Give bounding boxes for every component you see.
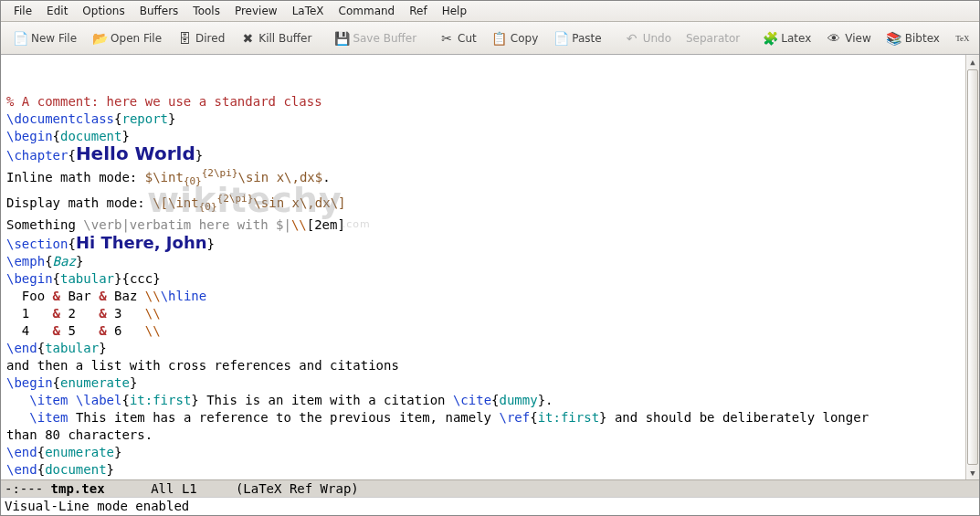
code-kw: \end [6,445,37,459]
code-text: This item has a reference to the previou… [76,410,500,425]
code-kw: \section [6,237,68,251]
code-kw: \begin [6,129,53,143]
code-kw: \item [29,393,76,407]
latex-label: Latex [781,32,811,45]
code-verb: \verb|verbatim here with $| [83,217,291,232]
bibtex-button[interactable]: 📚Bibtex [880,26,945,50]
scroll-thumb[interactable] [967,69,978,465]
code-arg: document [60,129,121,143]
code-kw: \\ [291,217,307,232]
cut-icon: ✂ [438,30,455,47]
menubar: File Edit Options Buffers Tools Preview … [1,1,979,22]
minibuffer[interactable]: Visual-Line mode enabled [1,497,979,515]
editor[interactable]: wikitechy.com % A comment: here we use a… [1,55,965,479]
code-text: than 80 characters. [6,427,153,442]
modeline: -:--- tmp.tex All L1 (LaTeX Ref Wrap) [1,479,979,497]
open-file-icon: 📂 [91,30,108,47]
separator-label: Separator [686,32,740,45]
code-text: 3 [107,306,145,321]
kill-buffer-icon: ✖ [239,30,256,47]
code-text: . [545,393,553,407]
copy-button[interactable]: 📋Copy [486,26,543,50]
separator-button: Separator [680,28,745,48]
code-text: 4 [6,323,53,338]
code-bsbs: \\ [145,306,161,321]
save-buffer-button[interactable]: 💾Save Buffer [328,26,422,50]
dired-label: Dired [195,32,225,45]
code-kw: \documentclass [6,111,114,126]
code-text: Something [6,217,83,232]
view-icon: 👁 [826,30,842,47]
code-math: \sin x\,dx$ [238,170,323,184]
menu-command[interactable]: Command [332,3,403,19]
modeline-left: -:--- [5,481,51,496]
code-kw: \cite [453,393,491,407]
open-file-button[interactable]: 📂Open File [86,26,167,50]
code-text: Baz [107,289,145,303]
code-text [6,393,29,407]
tex-button[interactable]: TeX [949,26,976,50]
code-math: \[\int [153,195,199,210]
code-arg: it:first [130,393,191,407]
menu-preview[interactable]: Preview [227,3,285,19]
code-math: \sin x\,dx\] [253,195,345,210]
code-math: $\int [145,170,184,184]
code-amp: & [53,289,60,303]
code-kw: \label [76,393,122,407]
kill-buffer-button[interactable]: ✖Kill Buffer [234,26,317,50]
menu-latex[interactable]: LaTeX [285,3,332,19]
code-arg: dummy [500,393,538,407]
code-kw: \end [6,341,37,355]
code-kw: \begin [6,271,53,286]
code-kw: \begin [6,375,53,390]
cut-button[interactable]: ✂Cut [433,26,482,50]
view-label: View [845,32,870,45]
code-text: 5 [60,323,99,338]
code-kw: \end [6,462,37,477]
menu-buffers[interactable]: Buffers [132,3,186,19]
menu-tools[interactable]: Tools [185,3,227,19]
code-arg: tabular [45,341,99,355]
menu-ref[interactable]: Ref [402,3,434,19]
scroll-up-icon[interactable]: ▲ [966,55,979,68]
scroll-down-icon[interactable]: ▼ [966,466,979,479]
save-buffer-label: Save Buffer [353,32,416,45]
code-text [6,410,29,425]
code-text: and should be deliberately longer [607,410,869,425]
code-amp: & [99,306,106,321]
menu-file[interactable]: File [6,3,39,19]
chapter-title: Hello World [76,142,195,164]
section-title: Hi There, John [76,233,207,252]
tex-icon: TeX [954,30,971,47]
paste-icon: 📄 [553,30,569,47]
view-button[interactable]: 👁View [820,26,876,50]
copy-icon: 📋 [491,30,508,47]
code-amp: & [99,323,106,338]
kill-buffer-label: Kill Buffer [258,32,311,45]
new-file-label: New File [31,32,77,45]
menu-options[interactable]: Options [75,3,132,19]
code-amp: & [53,323,60,338]
code-arg: tabular [60,271,114,286]
latex-button[interactable]: 🧩Latex [756,26,817,50]
code-text: 1 [6,306,53,321]
code-kw: \ref [499,410,530,425]
code-arg: report [121,111,168,126]
code-text: and then a list with cross references an… [6,358,399,373]
undo-button[interactable]: ↶Undo [618,26,677,50]
paste-button[interactable]: 📄Paste [547,26,606,50]
latex-icon: 🧩 [762,30,778,47]
menu-help[interactable]: Help [435,3,474,19]
code-emph: Baz [53,254,76,269]
code-arg: enumerate [45,445,114,459]
new-file-button[interactable]: 📄New File [6,26,82,50]
toolbar: 📄New File 📂Open File 🗄Dired ✖Kill Buffer… [1,22,979,55]
code-text: Inline math mode: [6,170,145,184]
open-file-label: Open File [111,32,162,45]
code-kw: \emph [6,254,45,269]
code-text: {ccc} [121,271,160,286]
scrollbar[interactable]: ▲ ▼ [965,55,979,479]
menu-edit[interactable]: Edit [39,3,75,19]
dired-button[interactable]: 🗄Dired [171,26,230,50]
bibtex-icon: 📚 [886,30,902,47]
